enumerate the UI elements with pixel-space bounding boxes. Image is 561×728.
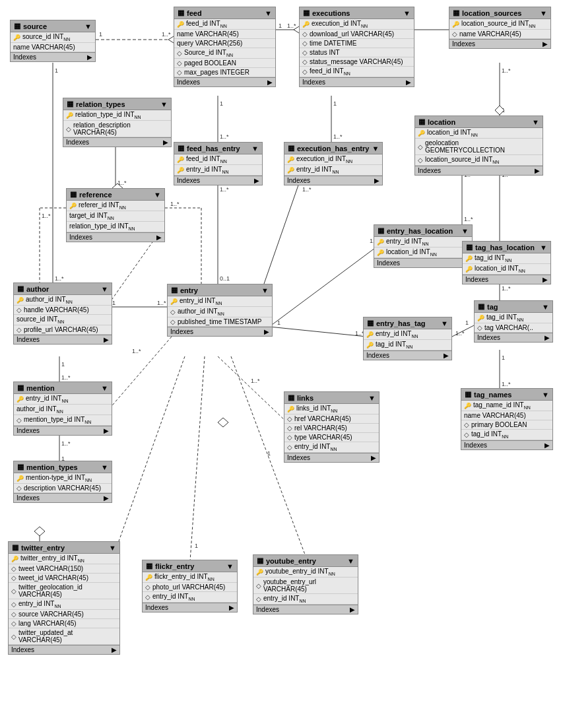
table-footer: Indexes ▶ xyxy=(14,426,112,435)
table-entry: ▦ entry ▼ 🔑 entry_id INTNN ◇ author_id I… xyxy=(167,284,273,337)
svg-text:1..*: 1..* xyxy=(333,133,343,140)
table-row: ◇ primary BOOLEAN xyxy=(461,420,552,430)
key-icon: 🔑 xyxy=(418,130,425,137)
key-icon: 🔑 xyxy=(177,21,184,28)
table-row: 🔑 location_id INTNN xyxy=(463,264,550,275)
sort-icon: ▼ xyxy=(542,391,549,399)
key-icon: 🔑 xyxy=(465,266,473,273)
sort-icon: ▼ xyxy=(154,191,161,199)
table-footer: Indexes ▶ xyxy=(174,176,262,185)
table-author-header: ▦ author ▼ xyxy=(14,283,112,295)
table-icon: ▦ xyxy=(17,463,24,471)
table-footer: Indexes ▶ xyxy=(461,440,552,449)
svg-text:1..*: 1..* xyxy=(132,348,141,354)
diamond-icon: ◇ xyxy=(464,431,469,438)
svg-text:1..*: 1..* xyxy=(502,381,511,387)
svg-text:1..*: 1..* xyxy=(170,201,180,207)
table-row: 🔑 execution_id INTNN xyxy=(300,19,414,30)
table-location: ▦ location ▼ 🔑 location_id INTNN ◇ geolo… xyxy=(414,116,543,176)
table-row: source_id INTNN xyxy=(14,315,112,325)
table-row: 🔑 location_id INTNN xyxy=(415,128,543,139)
diamond-icon: ◇ xyxy=(464,421,469,428)
table-row: ◇ profile_url VARCHAR(45) xyxy=(14,325,112,335)
svg-line-63 xyxy=(218,356,287,422)
table-footer: Indexes ▶ xyxy=(174,77,275,86)
table-links-header: ▦ links ▼ xyxy=(284,392,379,404)
table-row: 🔑 flickr_entry_id INTNN xyxy=(143,572,237,583)
diamond-icon: ◇ xyxy=(16,484,22,492)
key-icon: 🔑 xyxy=(145,574,152,581)
table-footer: Indexes ▶ xyxy=(449,39,550,48)
diamond-icon: ◇ xyxy=(418,156,423,164)
svg-text:1: 1 xyxy=(99,31,102,38)
table-footer: Indexes ▶ xyxy=(14,335,112,344)
table-location-sources: ▦ location_sources ▼ 🔑 location_source_i… xyxy=(449,7,551,49)
table-row: 🔑 mention-type_id INTNN xyxy=(14,473,112,484)
svg-text:1..*: 1..* xyxy=(220,186,229,193)
table-row: ◇ relation_description VARCHAR(45) xyxy=(63,121,171,137)
svg-line-58 xyxy=(109,337,172,409)
diamond-icon: ◇ xyxy=(11,633,16,640)
svg-text:1..*: 1..* xyxy=(117,180,127,186)
table-row: name VARCHAR(45) xyxy=(461,411,552,420)
table-row: ◇ entry_id INTNN xyxy=(143,592,237,603)
table-row: 🔑 entry_id INTNN xyxy=(174,165,262,176)
table-row: ◇ author_id INTNN xyxy=(168,307,272,317)
table-row: 🔑 youtube_entry_id INTNN xyxy=(253,567,358,578)
table-entry-has-location-header: ▦ entry_has_location ▼ xyxy=(374,225,472,237)
table-icon: ▦ xyxy=(453,9,459,17)
sort-icon: ▼ xyxy=(542,303,549,311)
sort-icon: ▼ xyxy=(101,384,108,392)
table-icon: ▦ xyxy=(17,383,24,392)
svg-text:1: 1 xyxy=(61,361,65,368)
table-relation-types-header: ▦ relation_types ▼ xyxy=(63,98,171,110)
table-mention-types: ▦ mention_types ▼ 🔑 mention-type_id INTN… xyxy=(13,461,112,503)
table-footer: Indexes ▶ xyxy=(364,350,451,360)
sort-icon: ▼ xyxy=(160,100,168,108)
key-icon: 🔑 xyxy=(287,167,294,174)
svg-text:1..*: 1..* xyxy=(61,440,71,447)
table-row: 🔑 author_id INTNN xyxy=(14,295,112,306)
svg-text:1..*: 1..* xyxy=(287,22,296,29)
diamond-icon: ◇ xyxy=(177,59,182,67)
svg-line-69 xyxy=(190,356,205,561)
table-icon: ▦ xyxy=(303,9,310,17)
diamond-icon: ◇ xyxy=(11,620,16,627)
svg-text:1: 1 xyxy=(112,300,116,306)
table-links: ▦ links ▼ 🔑 links_id INTNN ◇ href VARCHA… xyxy=(284,391,380,463)
table-row: ◇ published_time TIMESTAMP xyxy=(168,317,272,327)
table-tag-has-location-header: ▦ tag_has_location ▼ xyxy=(463,242,550,253)
sort-icon: ▼ xyxy=(226,562,234,570)
table-footer: Indexes ▶ xyxy=(475,333,552,342)
svg-text:1..*: 1..* xyxy=(157,300,166,306)
table-row: 🔑 entry_id INTNN xyxy=(14,394,112,405)
table-footer: Indexes ▶ xyxy=(11,52,95,61)
key-icon: 🔑 xyxy=(377,239,384,246)
table-footer: Indexes ▶ xyxy=(9,645,119,654)
svg-text:1: 1 xyxy=(502,107,505,114)
svg-line-37 xyxy=(269,244,380,327)
diamond-icon: ◇ xyxy=(177,69,182,76)
sort-icon: ▼ xyxy=(368,394,376,402)
table-mention: ▦ mention ▼ 🔑 entry_id INTNN author_id I… xyxy=(13,381,112,436)
table-footer: Indexes ▶ xyxy=(14,493,112,502)
svg-text:1: 1 xyxy=(502,354,505,361)
table-executions-header: ▦ executions ▼ xyxy=(300,7,414,19)
table-row: ◇ max_pages INTEGER xyxy=(174,68,275,77)
svg-line-47 xyxy=(264,180,300,284)
table-row: ◇ tag_id INTNN xyxy=(461,430,552,440)
table-footer: Indexes ▶ xyxy=(253,605,358,614)
table-row: ◇ source VARCHAR(45) xyxy=(9,610,119,619)
table-execution-has-entry-header: ▦ execution_has_entry ▼ xyxy=(284,143,382,154)
table-tag: ▦ tag ▼ 🔑 tag_id INTNN ◇ tag VARCHAR(.. … xyxy=(474,300,553,343)
key-icon: 🔑 xyxy=(287,406,294,413)
key-icon: 🔑 xyxy=(256,569,263,576)
table-icon: ▦ xyxy=(378,226,384,235)
table-row: author_id INTNN xyxy=(14,405,112,415)
table-row: ◇ type VARCHAR(45) xyxy=(284,433,379,442)
table-icon: ▦ xyxy=(70,190,77,199)
table-row: 🔑 links_id INTNN xyxy=(284,404,379,414)
table-row: ◇ geolocation GEOMETRYCOLLECTION xyxy=(415,139,543,155)
svg-text:1..*: 1..* xyxy=(162,31,171,38)
key-icon: 🔑 xyxy=(69,203,77,209)
